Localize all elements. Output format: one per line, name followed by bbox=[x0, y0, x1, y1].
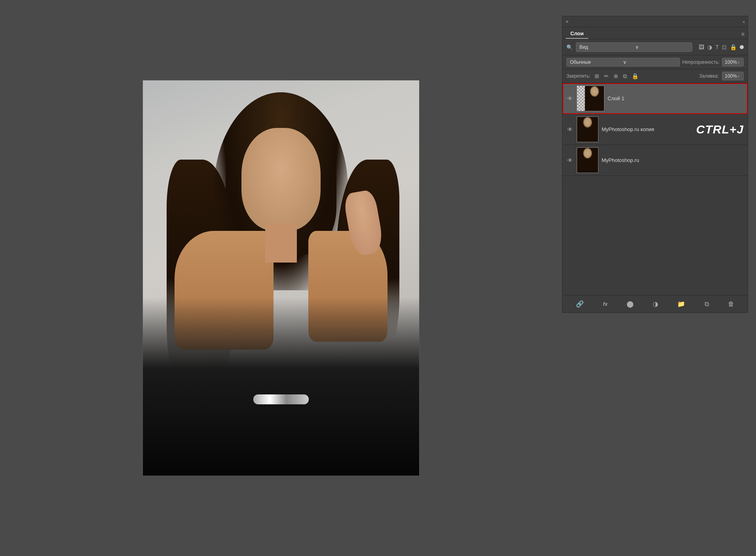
filter-label: Вид bbox=[579, 44, 633, 50]
lock-icons: ⊞ ✏ ⊕ ⧉ 🔒 bbox=[594, 72, 639, 80]
layer-thumb-portrait bbox=[585, 86, 604, 111]
filter-dropdown[interactable]: Вид ∨ bbox=[576, 42, 692, 52]
portrait-photo bbox=[143, 80, 419, 476]
layer-photo-thumb bbox=[585, 86, 604, 111]
layer-item-3[interactable]: 👁 MyPhotoshop.ru bbox=[562, 145, 748, 176]
close-button[interactable]: × bbox=[566, 19, 569, 25]
lock-brush-icon[interactable]: ✏ bbox=[603, 72, 610, 80]
workspace: × « Слои ≡ 🔍 Вид ∨ 🖼 ◑ T ⊡ 🔒 bbox=[0, 0, 756, 556]
delete-layer-button[interactable]: 🗑 bbox=[726, 299, 736, 309]
fill-input[interactable]: 100% ∨ bbox=[722, 72, 744, 80]
blend-mode-dropdown[interactable]: Обычные ∨ bbox=[566, 58, 680, 67]
main-canvas bbox=[142, 80, 420, 476]
lock-label: Закрепить: bbox=[566, 73, 591, 79]
blend-mode-arrow: ∨ bbox=[623, 59, 676, 65]
opacity-input[interactable]: 100% ∨ bbox=[722, 58, 744, 67]
tab-layers[interactable]: Слои bbox=[566, 29, 588, 39]
layer-thumb-portrait-2 bbox=[577, 117, 598, 142]
layer-visibility-2[interactable]: 👁 bbox=[566, 126, 574, 133]
canvas-area bbox=[8, 8, 554, 548]
filter-icons: 🖼 ◑ T ⊡ 🔒 bbox=[699, 44, 744, 50]
layer-thumb-portrait-3 bbox=[577, 148, 598, 173]
search-icon: 🔍 bbox=[566, 44, 573, 50]
ctrl-j-label: CTRL+J bbox=[696, 123, 744, 136]
add-mask-button[interactable]: ⬤ bbox=[625, 299, 635, 309]
new-layer-button[interactable]: ⧉ bbox=[703, 299, 710, 309]
lock-all-icon[interactable]: 🔒 bbox=[631, 72, 639, 80]
fill-arrow-icon: ∨ bbox=[737, 74, 740, 78]
layers-list: 👁 Слой 1 👁 MyPhotoshop.ru копия CTRL+J bbox=[562, 83, 748, 295]
filter-shape-icon[interactable]: ⊡ bbox=[722, 44, 727, 50]
panel-toolbar: 🔗 fx ⬤ ◑ 📁 ⧉ 🗑 bbox=[562, 295, 748, 312]
adjustment-layer-button[interactable]: ◑ bbox=[651, 299, 660, 309]
new-group-button[interactable]: 📁 bbox=[676, 299, 687, 309]
panel-titlebar: × « bbox=[562, 16, 748, 27]
opacity-value-text: 100% bbox=[725, 59, 737, 65]
collapse-button[interactable]: « bbox=[743, 19, 745, 24]
layer-name-3: MyPhotoshop.ru bbox=[602, 157, 744, 163]
layer-visibility-1[interactable]: 👁 bbox=[566, 95, 574, 102]
filter-image-icon[interactable]: 🖼 bbox=[699, 44, 704, 50]
layer-transparent-thumb bbox=[577, 86, 585, 111]
filter-lock-icon[interactable]: 🔒 bbox=[730, 44, 737, 50]
filter-active-dot bbox=[740, 45, 744, 49]
layer-item-2[interactable]: 👁 MyPhotoshop.ru копия CTRL+J bbox=[562, 114, 748, 145]
blend-mode-label: Обычные bbox=[570, 59, 623, 65]
panel-tabs: Слои ≡ bbox=[562, 27, 748, 39]
layer-visibility-3[interactable]: 👁 bbox=[566, 157, 574, 164]
filter-adjustment-icon[interactable]: ◑ bbox=[707, 44, 712, 50]
fx-button[interactable]: fx bbox=[601, 299, 609, 308]
lock-artboard-icon[interactable]: ⧉ bbox=[622, 72, 628, 80]
layer-thumb-2 bbox=[577, 116, 598, 142]
filter-row: 🔍 Вид ∨ 🖼 ◑ T ⊡ 🔒 bbox=[562, 39, 748, 55]
opacity-arrow-icon: ∨ bbox=[737, 60, 740, 65]
lock-pixels-icon[interactable]: ⊞ bbox=[594, 72, 600, 80]
layer-name-1: Слой 1 bbox=[608, 95, 744, 101]
fill-label: Заливка: bbox=[699, 73, 719, 79]
layer-item-1[interactable]: 👁 Слой 1 bbox=[562, 83, 748, 114]
blend-row: Обычные ∨ Непрозрачность: 100% ∨ bbox=[562, 55, 748, 69]
layers-empty-area bbox=[562, 176, 748, 295]
lock-move-icon[interactable]: ⊕ bbox=[613, 72, 619, 80]
layer-thumb-combo-1 bbox=[577, 86, 604, 111]
lock-row: Закрепить: ⊞ ✏ ⊕ ⧉ 🔒 Заливка: 100% ∨ bbox=[562, 69, 748, 83]
layers-panel: × « Слои ≡ 🔍 Вид ∨ 🖼 ◑ T ⊡ 🔒 bbox=[562, 16, 748, 313]
panel-menu-icon[interactable]: ≡ bbox=[741, 31, 745, 37]
layer-name-2: MyPhotoshop.ru копия bbox=[602, 126, 693, 132]
link-layers-button[interactable]: 🔗 bbox=[574, 299, 585, 309]
fill-value-text: 100% bbox=[725, 73, 737, 79]
opacity-label: Непрозрачность: bbox=[682, 59, 720, 65]
layer-thumb-3 bbox=[577, 147, 598, 173]
filter-arrow-icon: ∨ bbox=[635, 44, 689, 50]
filter-text-icon[interactable]: T bbox=[715, 44, 719, 50]
